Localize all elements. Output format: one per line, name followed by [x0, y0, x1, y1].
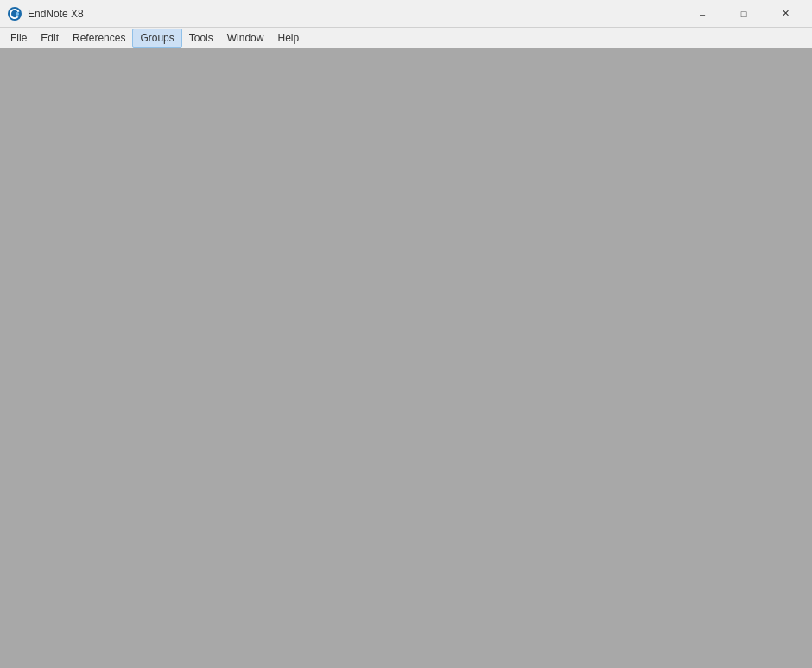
svg-point-1 [16, 12, 19, 16]
minimize-button[interactable]: – [682, 0, 722, 28]
menu-item-edit[interactable]: Edit [34, 29, 66, 48]
menu-item-help[interactable]: Help [270, 29, 306, 48]
menu-item-references[interactable]: References [66, 29, 132, 48]
close-button[interactable]: ✕ [765, 0, 805, 28]
maximize-button[interactable]: □ [724, 0, 764, 28]
app-icon [7, 6, 22, 22]
menu-item-groups[interactable]: Groups [132, 29, 181, 48]
menu-item-tools[interactable]: Tools [182, 29, 220, 48]
menu-bar: FileEditReferencesGroupsToolsWindowHelp [0, 28, 812, 48]
title-bar-controls: – □ ✕ [682, 0, 805, 28]
title-bar: EndNote X8 – □ ✕ [0, 0, 812, 28]
menu-item-file[interactable]: File [3, 29, 34, 48]
title-bar-left: EndNote X8 [7, 6, 84, 22]
menu-item-window[interactable]: Window [220, 29, 271, 48]
main-content [0, 48, 812, 668]
app-title: EndNote X8 [28, 8, 84, 20]
